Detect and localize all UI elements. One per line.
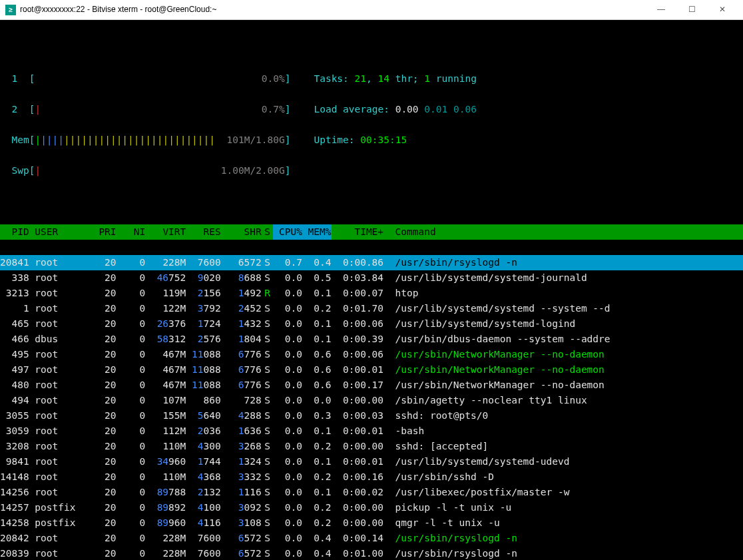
process-list[interactable]: 20841root200228M76006572S0.70.40:00.86/u…: [0, 255, 743, 560]
table-row[interactable]: 14257postfix2008989241003092S0.00.20:00.…: [0, 500, 743, 515]
table-row[interactable]: 495root200467M110886776S0.00.60:00.06/us…: [0, 347, 743, 362]
hdr-cpu[interactable]: CPU%: [273, 224, 302, 240]
close-button[interactable]: ✕: [707, 0, 738, 20]
hdr-ni[interactable]: NI: [117, 224, 146, 240]
cpu2-meter: 2 [|0.7%] Load average: 0.00 0.01 0.06: [0, 102, 743, 117]
table-row[interactable]: 3208root200110M43003268S0.00.20:00.00ssh…: [0, 439, 743, 454]
table-row[interactable]: 3055root200155M56404288S0.00.30:00.03ssh…: [0, 408, 743, 423]
table-row[interactable]: 14258postfix2008996041163108S0.00.20:00.…: [0, 515, 743, 531]
hdr-mem[interactable]: MEM%: [302, 224, 332, 240]
cpu1-meter: 1 [0.0%] Tasks: 21, 14 thr; 1 running: [0, 71, 743, 87]
table-row[interactable]: 3059root200112M20361636S0.00.10:00.01-ba…: [0, 423, 743, 439]
hdr-user[interactable]: USER: [29, 224, 82, 240]
table-row[interactable]: 20841root200228M76006572S0.70.40:00.86/u…: [0, 255, 743, 270]
window-titlebar: ≥ root@xxxxxxxx:22 - Bitvise xterm - roo…: [0, 0, 743, 20]
table-row[interactable]: 494root200107M860728S0.00.00:00.00/sbin/…: [0, 393, 743, 408]
blank-line: [0, 194, 743, 209]
table-row[interactable]: 1root200122M37922452S0.00.20:01.70/usr/l…: [0, 301, 743, 316]
mem-meter: Mem[|||||||||||||||||||||||||||||||101M/…: [0, 133, 743, 148]
swp-meter: Swp[|1.00M/2.00G]: [0, 163, 743, 178]
terminal[interactable]: 1 [0.0%] Tasks: 21, 14 thr; 1 running 2 …: [0, 20, 743, 560]
table-row[interactable]: 9841root2003496017441324S0.00.10:00.01/u…: [0, 454, 743, 469]
hdr-virt[interactable]: VIRT: [145, 224, 186, 240]
table-row[interactable]: 466dbus2005831225761804S0.00.10:00.39/us…: [0, 332, 743, 347]
maximize-button[interactable]: ☐: [676, 0, 707, 20]
table-header[interactable]: PIDUSERPRINIVIRTRESSHRSCPU%MEM%TIME+Comm…: [0, 224, 743, 240]
table-row[interactable]: 20842root200228M76006572S0.00.40:00.14/u…: [0, 531, 743, 546]
table-row[interactable]: 3213root200119M21561492R0.00.10:00.07hto…: [0, 286, 743, 301]
hdr-s[interactable]: S: [262, 224, 273, 240]
hdr-pri[interactable]: PRI: [81, 224, 116, 240]
hdr-cmd[interactable]: Command: [383, 224, 436, 240]
hdr-pid[interactable]: PID: [0, 224, 29, 240]
table-row[interactable]: 338root2004675290208688S0.00.50:03.84/us…: [0, 270, 743, 286]
window-title: root@xxxxxxxx:22 - Bitvise xterm - root@…: [20, 2, 216, 17]
table-row[interactable]: 480root200467M110886776S0.00.60:00.17/us…: [0, 378, 743, 393]
hdr-res[interactable]: RES: [186, 224, 220, 240]
table-row[interactable]: 465root2002637617241432S0.00.10:00.06/us…: [0, 316, 743, 332]
table-row[interactable]: 20839root200228M76006572S0.00.40:01.00/u…: [0, 546, 743, 560]
table-row[interactable]: 14148root200110M43683332S0.00.20:00.16/u…: [0, 469, 743, 485]
app-icon: ≥: [5, 5, 16, 15]
hdr-time[interactable]: TIME+: [332, 224, 384, 240]
table-row[interactable]: 14256root2008978821321116S0.00.10:00.02/…: [0, 485, 743, 500]
minimize-button[interactable]: —: [646, 0, 676, 20]
hdr-shr[interactable]: SHR: [221, 224, 262, 240]
table-row[interactable]: 497root200467M110886776S0.00.60:00.01/us…: [0, 362, 743, 378]
blank-line: [0, 41, 743, 56]
